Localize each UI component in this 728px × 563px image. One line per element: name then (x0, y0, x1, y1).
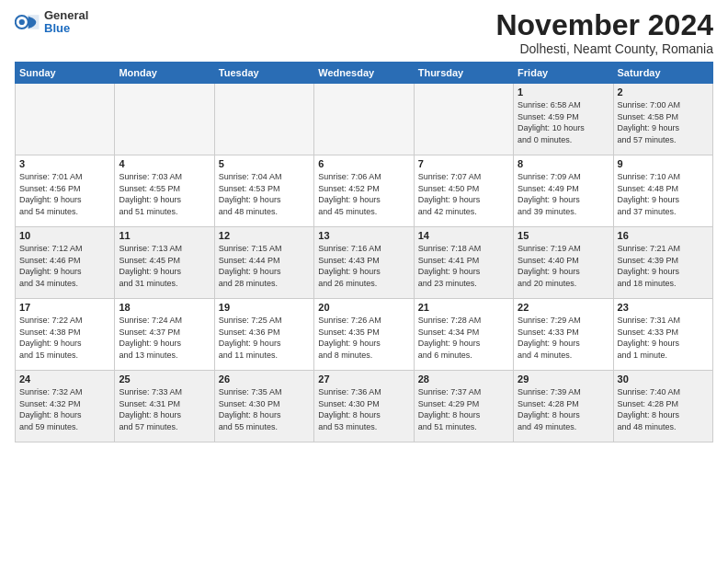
day-info: Sunrise: 7:10 AM Sunset: 4:48 PM Dayligh… (618, 171, 709, 217)
day-number: 11 (119, 230, 210, 241)
day-info: Sunrise: 7:39 AM Sunset: 4:28 PM Dayligh… (518, 386, 609, 432)
day-number: 26 (219, 373, 310, 385)
calendar-cell: 18Sunrise: 7:24 AM Sunset: 4:37 PM Dayli… (115, 299, 214, 371)
calendar-cell: 19Sunrise: 7:25 AM Sunset: 4:36 PM Dayli… (214, 299, 313, 371)
calendar-week-row: 10Sunrise: 7:12 AM Sunset: 4:46 PM Dayli… (16, 227, 713, 299)
day-number: 21 (418, 302, 509, 313)
days-header-row: SundayMondayTuesdayWednesdayThursdayFrid… (16, 63, 713, 84)
calendar-week-row: 24Sunrise: 7:32 AM Sunset: 4:32 PM Dayli… (16, 371, 713, 442)
day-number: 10 (19, 230, 110, 241)
calendar-cell: 12Sunrise: 7:15 AM Sunset: 4:44 PM Dayli… (214, 227, 313, 299)
day-info: Sunrise: 7:12 AM Sunset: 4:46 PM Dayligh… (19, 243, 110, 289)
day-number: 6 (318, 158, 409, 169)
day-number: 18 (119, 302, 210, 313)
calendar-week-row: 1Sunrise: 6:58 AM Sunset: 4:59 PM Daylig… (16, 84, 713, 155)
calendar-cell: 24Sunrise: 7:32 AM Sunset: 4:32 PM Dayli… (16, 371, 115, 442)
day-number: 8 (518, 158, 609, 169)
calendar-cell: 9Sunrise: 7:10 AM Sunset: 4:48 PM Daylig… (613, 155, 712, 227)
day-info: Sunrise: 7:18 AM Sunset: 4:41 PM Dayligh… (418, 243, 509, 289)
day-info: Sunrise: 7:33 AM Sunset: 4:31 PM Dayligh… (119, 386, 210, 432)
day-info: Sunrise: 7:00 AM Sunset: 4:58 PM Dayligh… (618, 99, 709, 145)
day-info: Sunrise: 7:24 AM Sunset: 4:37 PM Dayligh… (119, 315, 210, 361)
calendar-cell: 26Sunrise: 7:35 AM Sunset: 4:30 PM Dayli… (214, 371, 313, 442)
header: General Blue November 2024 Dolhesti, Nea… (15, 9, 713, 56)
day-number: 2 (618, 86, 709, 98)
day-info: Sunrise: 7:28 AM Sunset: 4:34 PM Dayligh… (418, 315, 509, 361)
calendar-cell: 16Sunrise: 7:21 AM Sunset: 4:39 PM Dayli… (613, 227, 712, 299)
calendar-cell (314, 84, 414, 155)
calendar-cell (16, 84, 115, 155)
day-number: 1 (518, 86, 609, 98)
calendar-cell (414, 84, 513, 155)
day-header-friday: Friday (514, 63, 613, 84)
calendar-cell: 17Sunrise: 7:22 AM Sunset: 4:38 PM Dayli… (16, 299, 115, 371)
day-header-wednesday: Wednesday (314, 63, 414, 84)
day-info: Sunrise: 7:07 AM Sunset: 4:50 PM Dayligh… (418, 171, 509, 217)
day-info: Sunrise: 7:09 AM Sunset: 4:49 PM Dayligh… (518, 171, 609, 217)
day-header-saturday: Saturday (613, 63, 712, 84)
day-info: Sunrise: 7:32 AM Sunset: 4:32 PM Dayligh… (19, 386, 110, 432)
calendar-cell: 3Sunrise: 7:01 AM Sunset: 4:56 PM Daylig… (16, 155, 115, 227)
calendar-cell: 25Sunrise: 7:33 AM Sunset: 4:31 PM Dayli… (115, 371, 214, 442)
day-number: 25 (119, 373, 210, 385)
day-number: 20 (318, 302, 409, 313)
calendar-cell: 6Sunrise: 7:06 AM Sunset: 4:52 PM Daylig… (314, 155, 414, 227)
day-info: Sunrise: 7:19 AM Sunset: 4:40 PM Dayligh… (518, 243, 609, 289)
svg-point-1 (19, 19, 25, 25)
day-header-sunday: Sunday (16, 63, 115, 84)
day-number: 24 (19, 373, 110, 385)
day-number: 9 (618, 158, 709, 169)
day-info: Sunrise: 7:16 AM Sunset: 4:43 PM Dayligh… (318, 243, 409, 289)
day-number: 22 (518, 302, 609, 313)
day-number: 27 (318, 373, 409, 385)
calendar-cell: 1Sunrise: 6:58 AM Sunset: 4:59 PM Daylig… (514, 84, 613, 155)
calendar-cell: 30Sunrise: 7:40 AM Sunset: 4:28 PM Dayli… (613, 371, 712, 442)
page-container: General Blue November 2024 Dolhesti, Nea… (0, 0, 728, 450)
day-number: 3 (19, 158, 110, 169)
day-number: 5 (219, 158, 310, 169)
day-info: Sunrise: 7:21 AM Sunset: 4:39 PM Dayligh… (618, 243, 709, 289)
logo-text: General Blue (44, 9, 88, 36)
day-info: Sunrise: 7:01 AM Sunset: 4:56 PM Dayligh… (19, 171, 110, 217)
day-number: 17 (19, 302, 110, 313)
calendar-cell: 29Sunrise: 7:39 AM Sunset: 4:28 PM Dayli… (514, 371, 613, 442)
day-header-monday: Monday (115, 63, 214, 84)
day-number: 29 (518, 373, 609, 385)
day-info: Sunrise: 7:35 AM Sunset: 4:30 PM Dayligh… (219, 386, 310, 432)
day-number: 15 (518, 230, 609, 241)
calendar-cell: 8Sunrise: 7:09 AM Sunset: 4:49 PM Daylig… (514, 155, 613, 227)
calendar-cell: 13Sunrise: 7:16 AM Sunset: 4:43 PM Dayli… (314, 227, 414, 299)
day-info: Sunrise: 7:37 AM Sunset: 4:29 PM Dayligh… (418, 386, 509, 432)
day-info: Sunrise: 7:29 AM Sunset: 4:33 PM Dayligh… (518, 315, 609, 361)
day-info: Sunrise: 7:13 AM Sunset: 4:45 PM Dayligh… (119, 243, 210, 289)
logo-blue-label: Blue (44, 22, 88, 35)
calendar-table: SundayMondayTuesdayWednesdayThursdayFrid… (15, 62, 713, 442)
calendar-cell: 10Sunrise: 7:12 AM Sunset: 4:46 PM Dayli… (16, 227, 115, 299)
calendar-cell: 14Sunrise: 7:18 AM Sunset: 4:41 PM Dayli… (414, 227, 513, 299)
location-subtitle: Dolhesti, Neamt County, Romania (495, 41, 713, 56)
logo-icon (15, 9, 40, 35)
day-number: 19 (219, 302, 310, 313)
calendar-cell: 21Sunrise: 7:28 AM Sunset: 4:34 PM Dayli… (414, 299, 513, 371)
logo-general-label: General (44, 9, 88, 22)
day-info: Sunrise: 7:25 AM Sunset: 4:36 PM Dayligh… (219, 315, 310, 361)
calendar-cell: 20Sunrise: 7:26 AM Sunset: 4:35 PM Dayli… (314, 299, 414, 371)
calendar-week-row: 3Sunrise: 7:01 AM Sunset: 4:56 PM Daylig… (16, 155, 713, 227)
day-info: Sunrise: 7:15 AM Sunset: 4:44 PM Dayligh… (219, 243, 310, 289)
calendar-cell (214, 84, 313, 155)
day-number: 23 (618, 302, 709, 313)
day-info: Sunrise: 7:26 AM Sunset: 4:35 PM Dayligh… (318, 315, 409, 361)
day-number: 13 (318, 230, 409, 241)
day-info: Sunrise: 7:03 AM Sunset: 4:55 PM Dayligh… (119, 171, 210, 217)
day-header-tuesday: Tuesday (214, 63, 313, 84)
month-title: November 2024 (495, 9, 713, 41)
calendar-cell: 23Sunrise: 7:31 AM Sunset: 4:33 PM Dayli… (613, 299, 712, 371)
day-number: 30 (618, 373, 709, 385)
day-info: Sunrise: 7:36 AM Sunset: 4:30 PM Dayligh… (318, 386, 409, 432)
day-number: 7 (418, 158, 509, 169)
calendar-cell: 5Sunrise: 7:04 AM Sunset: 4:53 PM Daylig… (214, 155, 313, 227)
day-header-thursday: Thursday (414, 63, 513, 84)
calendar-cell: 28Sunrise: 7:37 AM Sunset: 4:29 PM Dayli… (414, 371, 513, 442)
calendar-cell: 15Sunrise: 7:19 AM Sunset: 4:40 PM Dayli… (514, 227, 613, 299)
title-block: November 2024 Dolhesti, Neamt County, Ro… (495, 9, 713, 56)
